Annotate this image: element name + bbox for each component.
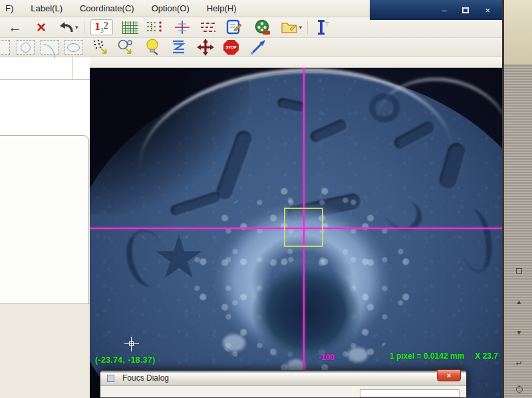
arc-select-icon[interactable] [41, 40, 59, 55]
minimize-button[interactable]: – [442, 6, 446, 15]
panel-divider [72, 57, 73, 80]
dashed-lines-icon[interactable] [200, 19, 217, 36]
scatter-points-icon[interactable] [92, 39, 109, 56]
back-icon[interactable]: ← [8, 19, 22, 36]
dialog-input-field[interactable] [360, 389, 460, 397]
label-number-icon[interactable]: 1 3 2 [90, 19, 113, 35]
axis-scale-label: -100 [319, 353, 334, 362]
specimen-center-disc [251, 262, 361, 362]
monitor-enter-button: ↵ [504, 359, 532, 368]
reference-point-marker [124, 337, 139, 351]
menu-item-coordinate[interactable]: Coordinate(C) [80, 3, 134, 13]
monitor-power-button [504, 386, 532, 394]
delete-icon[interactable]: × [37, 19, 46, 36]
stage-levels-icon[interactable] [170, 39, 188, 56]
screen: F) Label(L) Coordinate(C) Option(O) Help… [0, 0, 532, 398]
monitor-menu-button [504, 268, 532, 275]
menu-item-label[interactable]: Label(L) [31, 3, 63, 13]
menu-item-option[interactable]: Option(O) [152, 3, 190, 13]
title-bar: – × [370, 0, 502, 20]
focus-dialog: Foucs Dialog × [100, 370, 467, 398]
monitor-bezel: ▲ ▼ ↵ [502, 0, 532, 398]
selection-box-partial-icon[interactable] [0, 40, 10, 55]
lightbulb-icon[interactable] [145, 39, 160, 56]
text-cursor-icon[interactable]: ⊤ [318, 20, 330, 35]
undo-arrow-glyph [58, 21, 74, 34]
dialog-title: Foucs Dialog [122, 373, 169, 383]
magnification-text: X 23.7 [475, 351, 498, 361]
pixel-scale-text: 1 pixel = 0.0142 mm [390, 351, 464, 361]
bright-spot [348, 347, 368, 362]
stop-icon[interactable]: STOP [223, 40, 239, 55]
align-crosshair-icon[interactable] [174, 19, 190, 36]
image-viewport: (-23.74, -18.37) -100 1 pixel = 0.0142 m… [90, 57, 502, 398]
film-reel-icon[interactable] [254, 19, 271, 36]
undo-icon[interactable] [58, 19, 74, 36]
roi-selection-box[interactable] [284, 208, 323, 247]
floating-panel [0, 135, 89, 304]
toolbar-separator [84, 21, 84, 34]
circle-select-icon[interactable] [17, 40, 35, 55]
coordinate-readout: (-23.74, -18.37) [95, 355, 156, 365]
menu-item-file-partial[interactable]: F) [5, 3, 13, 13]
bright-spot [223, 334, 245, 351]
panel-divider [0, 79, 90, 80]
toolbar-separator [307, 21, 308, 34]
menu-item-help[interactable]: Help(H) [207, 3, 237, 13]
grid-icon[interactable] [122, 19, 138, 36]
scale-readout: 1 pixel = 0.0142 mm X 23.7 [390, 351, 498, 361]
specimen-ring-mark [369, 93, 400, 122]
dialog-icon [107, 375, 114, 382]
undo-dropdown-icon[interactable]: ▾ [75, 24, 78, 31]
monitor-down-button: ▼ [504, 329, 532, 336]
microscope-image[interactable]: (-23.74, -18.37) -100 1 pixel = 0.0142 m… [90, 68, 502, 398]
viewport-header [90, 57, 502, 68]
draw-toolbar: STOP [0, 38, 502, 57]
edit-document-icon[interactable] [226, 19, 242, 36]
bottom-panel [0, 303, 90, 398]
circle-detect-icon[interactable] [117, 39, 134, 56]
monitor-bezel-top [504, 0, 532, 64]
main-toolbar: ← × ▾ 1 3 2 [0, 17, 502, 38]
monitor-up-button: ▲ [504, 298, 532, 305]
focus-dialog-titlebar[interactable]: Foucs Dialog × [100, 371, 466, 386]
dot-grid-icon[interactable] [146, 19, 164, 36]
left-panel [0, 57, 90, 398]
move-icon[interactable] [197, 39, 214, 56]
ellipse-select-icon[interactable] [65, 40, 82, 55]
folder-dropdown-icon[interactable]: ▾ [299, 24, 303, 31]
pen-icon[interactable] [249, 39, 267, 56]
folder-icon[interactable] [281, 19, 298, 36]
maximize-button[interactable] [462, 7, 469, 13]
dialog-close-button[interactable]: × [437, 369, 461, 381]
close-button[interactable]: × [485, 6, 490, 15]
